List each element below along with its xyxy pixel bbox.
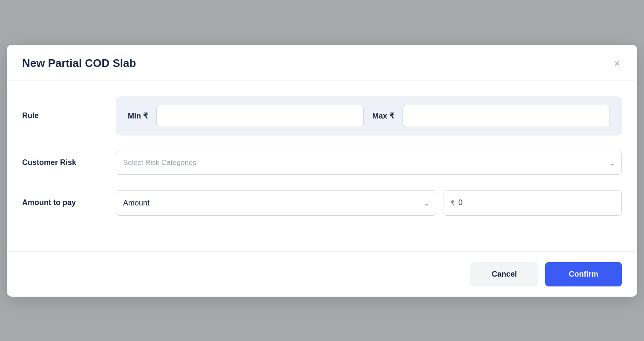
customer-risk-select[interactable]: Select Risk Categories Low Risk Medium R… (116, 151, 622, 175)
max-input[interactable] (402, 105, 610, 127)
amount-value-input[interactable] (458, 198, 615, 207)
modal-overlay: New Partial COD Slab × Rule Min ₹ Max ₹ … (0, 0, 644, 341)
modal-header: New Partial COD Slab × (7, 45, 637, 81)
cancel-button[interactable]: Cancel (470, 262, 538, 286)
rule-container: Min ₹ Max ₹ (116, 96, 622, 136)
amount-type-wrapper: Amount Percentage ⌄ (116, 190, 436, 216)
min-input[interactable] (156, 105, 364, 127)
close-button[interactable]: × (612, 57, 622, 70)
modal-title: New Partial COD Slab (22, 57, 136, 70)
amount-to-pay-label: Amount to pay (22, 198, 116, 207)
amount-value-container: ₹ (443, 190, 622, 216)
max-label: Max ₹ (372, 111, 394, 121)
amount-to-pay-row: Amount to pay Amount Percentage ⌄ ₹ (22, 190, 622, 216)
modal-footer: Cancel Confirm (7, 251, 637, 297)
min-label: Min ₹ (128, 111, 148, 121)
rule-row: Rule Min ₹ Max ₹ (22, 96, 622, 136)
customer-risk-select-container: Select Risk Categories Low Risk Medium R… (116, 151, 622, 175)
customer-risk-row: Customer Risk Select Risk Categories Low… (22, 151, 622, 175)
amount-controls: Amount Percentage ⌄ ₹ (116, 190, 622, 216)
amount-type-select[interactable]: Amount Percentage (116, 190, 436, 216)
modal-body: Rule Min ₹ Max ₹ Customer Risk Select Ri… (7, 81, 637, 251)
rupee-symbol: ₹ (450, 198, 455, 208)
rule-label: Rule (22, 111, 116, 120)
confirm-button[interactable]: Confirm (545, 262, 622, 286)
modal-dialog: New Partial COD Slab × Rule Min ₹ Max ₹ … (7, 45, 637, 297)
customer-risk-label: Customer Risk (22, 158, 116, 167)
